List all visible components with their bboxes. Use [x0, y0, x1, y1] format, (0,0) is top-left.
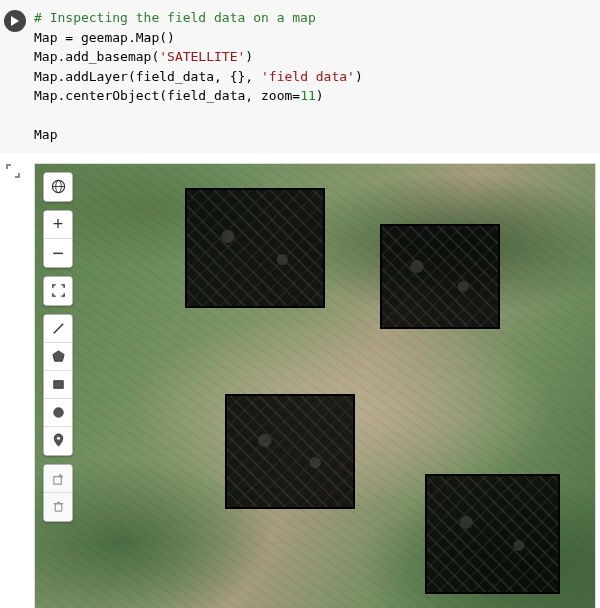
trash-icon	[51, 499, 66, 514]
svg-line-4	[53, 323, 62, 332]
fullscreen-icon	[51, 283, 66, 298]
svg-rect-10	[55, 504, 62, 512]
draw-circle-button[interactable]	[44, 399, 72, 427]
field-data-overlay	[225, 394, 355, 509]
draw-polygon-button[interactable]	[44, 343, 72, 371]
code-cell: # Inspecting the field data on a map Map…	[0, 0, 600, 153]
code-comment: # Inspecting the field data on a map	[34, 10, 316, 25]
field-data-overlay	[380, 224, 500, 329]
svg-point-8	[57, 437, 60, 440]
draw-line-button[interactable]	[44, 315, 72, 343]
rectangle-icon	[51, 377, 66, 392]
globe-reset-button[interactable]	[44, 173, 72, 201]
draw-rectangle-button[interactable]	[44, 371, 72, 399]
field-data-overlay	[185, 188, 325, 308]
zoom-out-button[interactable]: −	[44, 239, 72, 267]
output-expand-icon[interactable]	[5, 163, 21, 179]
zoom-in-button[interactable]: +	[44, 211, 72, 239]
notebook: # Inspecting the field data on a map Map…	[0, 0, 600, 608]
map-controls: + −	[43, 172, 73, 522]
svg-point-7	[53, 407, 62, 416]
line-icon	[51, 321, 66, 336]
svg-rect-9	[53, 476, 61, 484]
map[interactable]: + −	[34, 163, 596, 609]
marker-icon	[51, 433, 66, 448]
svg-marker-5	[52, 350, 63, 360]
cell-output: + −	[0, 153, 600, 609]
svg-marker-0	[11, 16, 19, 26]
globe-icon	[51, 179, 66, 194]
play-icon	[10, 16, 20, 26]
draw-marker-button[interactable]	[44, 427, 72, 455]
fullscreen-button[interactable]	[44, 277, 72, 305]
polygon-icon	[51, 349, 66, 364]
delete-shapes-button[interactable]	[44, 493, 72, 521]
circle-icon	[51, 405, 66, 420]
edit-shapes-button[interactable]	[44, 465, 72, 493]
code-editor[interactable]: # Inspecting the field data on a map Map…	[34, 8, 596, 145]
field-data-overlay	[425, 474, 560, 594]
run-button[interactable]	[4, 10, 26, 32]
edit-icon	[51, 471, 66, 486]
svg-rect-6	[53, 380, 62, 388]
